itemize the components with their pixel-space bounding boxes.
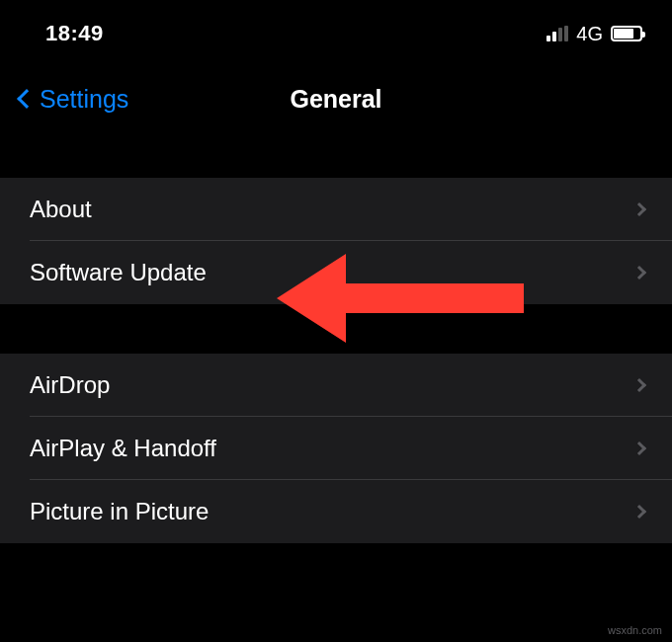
list-item-airdrop[interactable]: AirDrop bbox=[0, 354, 672, 417]
back-button[interactable]: Settings bbox=[20, 85, 128, 114]
chevron-right-icon bbox=[632, 505, 646, 519]
status-indicators: 4G bbox=[546, 23, 642, 45]
list-item-about[interactable]: About bbox=[0, 178, 672, 241]
list-item-picture-in-picture[interactable]: Picture in Picture bbox=[0, 480, 672, 543]
section-gap bbox=[0, 304, 672, 354]
chevron-right-icon bbox=[632, 378, 646, 392]
chevron-left-icon bbox=[17, 89, 37, 109]
page-title: General bbox=[290, 85, 381, 114]
watermark: wsxdn.com bbox=[608, 624, 662, 636]
list-item-software-update[interactable]: Software Update bbox=[0, 241, 672, 304]
list-group-1: About Software Update bbox=[0, 178, 672, 304]
list-item-label: AirPlay & Handoff bbox=[30, 435, 216, 462]
list-item-airplay-handoff[interactable]: AirPlay & Handoff bbox=[0, 417, 672, 480]
list-item-label: AirDrop bbox=[30, 371, 110, 399]
chevron-right-icon bbox=[632, 202, 646, 216]
section-gap bbox=[0, 128, 672, 178]
status-bar: 18:49 4G bbox=[0, 0, 672, 59]
battery-icon bbox=[611, 26, 642, 41]
network-label: 4G bbox=[576, 23, 603, 45]
list-item-label: Software Update bbox=[30, 259, 207, 286]
chevron-right-icon bbox=[632, 266, 646, 280]
list-item-label: Picture in Picture bbox=[30, 498, 209, 525]
signal-icon bbox=[546, 26, 568, 41]
list-group-2: AirDrop AirPlay & Handoff Picture in Pic… bbox=[0, 354, 672, 543]
back-label: Settings bbox=[40, 85, 128, 114]
chevron-right-icon bbox=[632, 441, 646, 455]
list-item-label: About bbox=[30, 196, 92, 223]
navigation-bar: Settings General bbox=[0, 69, 672, 128]
status-time: 18:49 bbox=[45, 21, 104, 46]
